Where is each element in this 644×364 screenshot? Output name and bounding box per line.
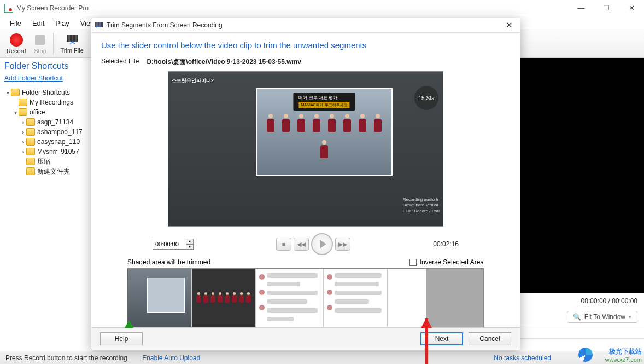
tree-item[interactable]: ›easysnap_110 — [4, 137, 91, 147]
trim-info-row: Shaded area will be trimmed Inverse Sele… — [101, 258, 510, 266]
selected-file-row: Selected File D:\tools\桌面\office\Video 9… — [101, 57, 510, 67]
playback-controls-row: 00:00:00 ▲▼ ■ ◀◀ ▶▶ 00:02:16 — [101, 233, 510, 255]
zoom-icon: 🔍 — [573, 313, 581, 321]
folder-icon — [26, 138, 35, 146]
status-hint: Press Record button to start the recordi… — [5, 354, 129, 362]
time-input[interactable]: 00:00:00 — [153, 239, 186, 250]
dialog-titlebar: Trim Segments From Screen Recording ✕ — [91, 18, 520, 33]
close-button[interactable]: ✕ — [619, 0, 644, 16]
trim-timeline[interactable] — [127, 268, 484, 327]
fit-to-window-button[interactable]: 🔍Fit To Window — [567, 311, 637, 323]
statusbar: Press Record button to start the recordi… — [0, 351, 644, 364]
timeline-thumb — [256, 269, 324, 327]
tasks-scheduled-link[interactable]: No tasks scheduled — [494, 354, 551, 362]
trim-dialog-icon — [95, 21, 103, 30]
tree-item-office[interactable]: ▾office — [4, 107, 91, 117]
rewind-button[interactable]: ◀◀ — [294, 238, 309, 251]
selected-file-label: Selected File — [101, 57, 139, 67]
time-spinner[interactable]: ▲▼ — [186, 239, 194, 250]
watermark: 极光下载站 www.xz7.com — [605, 347, 642, 363]
checkbox-icon — [409, 259, 417, 266]
record-icon — [10, 33, 23, 47]
folder-icon — [26, 128, 35, 136]
folder-icon — [26, 118, 35, 126]
folder-icon — [19, 99, 27, 106]
play-button[interactable] — [311, 233, 333, 255]
forward-button[interactable]: ▶▶ — [335, 238, 350, 251]
app-icon — [4, 4, 13, 13]
tree-item[interactable]: 新建文件夹 — [4, 166, 91, 176]
preview-rec-info: Recording audio fr DeskShare Virtual F10… — [403, 197, 440, 214]
watermark-url: www.xz7.com — [605, 356, 642, 363]
sidebar-title: Folder Shortcuts — [4, 61, 91, 71]
tree-item[interactable]: ›Mysnrr_91057 — [4, 147, 91, 157]
dialog-instruction: Use the slider control below the video c… — [101, 41, 510, 50]
trim-dialog: Trim Segments From Screen Recording ✕ Us… — [91, 18, 520, 350]
timeline-thumb — [128, 269, 192, 327]
trim-label: Trim File — [60, 47, 83, 54]
timeline-thumb — [324, 269, 388, 327]
dialog-body: Use the slider control below the video c… — [91, 33, 520, 327]
stop-icon — [33, 33, 46, 47]
titlebar: My Screen Recorder Pro — ☐ ✕ — [0, 0, 644, 16]
timeline-thumb — [192, 269, 256, 327]
record-button[interactable]: Record — [3, 32, 29, 55]
total-time: 00:02:16 — [433, 240, 459, 248]
spinner-up-icon[interactable]: ▲ — [186, 239, 194, 244]
watermark-brand: 极光下载站 — [609, 347, 642, 356]
app-title: My Screen Recorder Pro — [16, 4, 89, 12]
timeline-left-handle[interactable] — [125, 320, 133, 328]
dialog-title: Trim Segments From Screen Recording — [107, 21, 223, 29]
sidebar: Folder Shortcuts Add Folder Shortcut ▾Fo… — [0, 58, 96, 351]
tree-item[interactable]: ›ashampoo_117 — [4, 127, 91, 137]
folder-icon — [11, 89, 20, 96]
folder-icon — [19, 108, 27, 116]
add-folder-shortcut-link[interactable]: Add Folder Shortcut — [4, 74, 91, 82]
help-button[interactable]: Help — [100, 332, 143, 345]
folder-icon — [26, 158, 35, 165]
folder-icon — [26, 167, 35, 175]
timeline-shaded-area — [426, 269, 483, 327]
folder-tree: ▾Folder Shortcuts My Recordings ▾office … — [4, 88, 91, 176]
selected-file-path: D:\tools\桌面\office\Video 9-13-2023 15-03… — [147, 57, 301, 67]
dialog-footer: Help Next Cancel — [91, 327, 520, 350]
inverse-selected-checkbox[interactable]: Inverse Selected Area — [409, 258, 484, 266]
stop-button[interactable]: Stop — [30, 32, 50, 55]
menu-play[interactable]: Play — [51, 18, 73, 28]
watermark-logo-icon — [578, 348, 593, 362]
dialog-close-button[interactable]: ✕ — [498, 20, 520, 30]
tree-item[interactable]: ›asgp_71134 — [4, 117, 91, 127]
preview-logo-text: 스트릿우먼파이터2 — [172, 77, 214, 84]
spinner-down-icon[interactable]: ▼ — [186, 244, 194, 250]
preview-foreground: 매거 크루 대표 평가 MANIAC에게 투표해주세요 — [256, 88, 393, 176]
play-controls: ■ ◀◀ ▶▶ — [276, 233, 350, 255]
toolbar-separator — [53, 33, 54, 55]
timeline-right-handle[interactable] — [421, 318, 432, 328]
enable-auto-upload-link[interactable]: Enable Auto Upload — [142, 354, 200, 362]
stop-label: Stop — [34, 48, 46, 54]
menu-edit[interactable]: Edit — [28, 18, 49, 28]
tree-item[interactable]: 压缩 — [4, 157, 91, 166]
tree-root[interactable]: ▾Folder Shortcuts — [4, 88, 91, 97]
menu-file[interactable]: File — [5, 18, 26, 28]
inverse-label: Inverse Selected Area — [420, 258, 484, 266]
cancel-button[interactable]: Cancel — [469, 332, 511, 345]
tree-item-my-recordings[interactable]: My Recordings — [4, 97, 91, 107]
record-label: Record — [7, 48, 26, 54]
folder-icon — [26, 148, 35, 155]
maximize-button[interactable]: ☐ — [594, 0, 619, 16]
preview-countdown-badge: 15 Sta — [414, 86, 438, 110]
trim-file-button[interactable]: Trim File — [57, 33, 86, 55]
stop-playback-button[interactable]: ■ — [276, 238, 291, 251]
minimize-button[interactable]: — — [569, 0, 594, 16]
video-preview-frame: 스트릿우먼파이터2 매거 크루 대표 평가 MANIAC에게 투표해주세요 15… — [168, 71, 443, 227]
window-controls: — ☐ ✕ — [569, 0, 644, 16]
trim-icon — [66, 34, 79, 47]
preview-people — [257, 89, 391, 175]
shaded-area-label: Shaded area will be trimmed — [127, 258, 210, 266]
